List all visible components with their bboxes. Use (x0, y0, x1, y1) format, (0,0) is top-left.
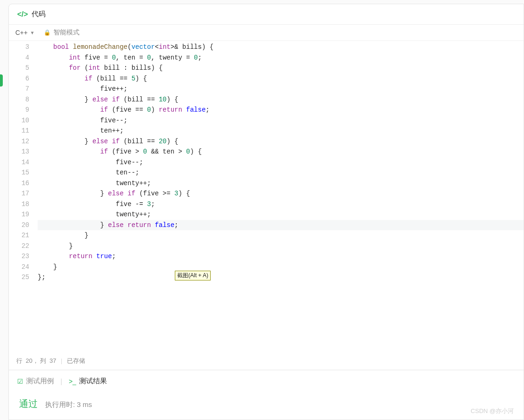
code-editor[interactable]: 345678910111213141516171819202122232425 … (9, 41, 524, 352)
language-selector[interactable]: C++ ▼ (15, 29, 34, 36)
line-number: 11 (9, 126, 29, 136)
code-line[interactable]: five--; (38, 157, 524, 168)
panel-header: </> 代码 (9, 4, 524, 25)
code-line[interactable]: five--; (38, 115, 524, 126)
pass-label: 通过 (19, 398, 38, 410)
line-number: 13 (9, 147, 29, 157)
line-number: 15 (9, 167, 29, 178)
check-icon: ☑ (17, 378, 23, 385)
code-line[interactable]: five -= 3; (38, 199, 524, 210)
results-panel: ☑ 测试用例 | >_ 测试结果 通过 执行用时: 3 ms (9, 370, 524, 420)
lock-icon: 🔒 (44, 29, 51, 36)
line-number: 22 (9, 241, 29, 252)
tab-testcases[interactable]: ☑ 测试用例 (17, 377, 54, 386)
line-number: 4 (9, 53, 29, 63)
code-line[interactable]: } else if (five >= 3) { (38, 188, 524, 199)
mode-label: 智能模式 (53, 28, 80, 37)
left-accent (0, 74, 3, 87)
code-line[interactable]: } else return false; (38, 220, 524, 231)
line-number: 12 (9, 136, 29, 147)
line-number: 9 (9, 105, 29, 115)
code-line[interactable]: } (38, 230, 524, 241)
line-number: 19 (9, 209, 29, 220)
line-number: 3 (9, 42, 29, 53)
mode-indicator: 🔒 智能模式 (44, 28, 80, 37)
watermark: CSDN @亦小河 (471, 407, 514, 415)
code-line[interactable]: twenty++; (38, 178, 524, 189)
chevron-down-icon: ▼ (30, 30, 34, 35)
line-number: 23 (9, 251, 29, 262)
line-number: 21 (9, 230, 29, 241)
code-line[interactable]: if (five == 0) return false; (38, 105, 524, 115)
status-line: 20 (26, 357, 32, 364)
code-area[interactable]: bool lemonadeChange(vector<int>& bills) … (38, 41, 524, 352)
code-line[interactable]: if (five > 0 && ten > 0) { (38, 147, 524, 157)
code-line[interactable]: } else if (bill == 20) { (38, 136, 524, 147)
line-number: 18 (9, 199, 29, 210)
line-gutter: 345678910111213141516171819202122232425 (9, 41, 38, 352)
runtime-text: 执行用时: 3 ms (45, 400, 92, 409)
code-line[interactable]: ten++; (38, 126, 524, 136)
line-number: 7 (9, 84, 29, 94)
code-line[interactable]: for (int bill : bills) { (38, 63, 524, 73)
code-line[interactable]: } (38, 241, 524, 252)
tab-results[interactable]: >_ 测试结果 (69, 377, 107, 386)
main-panel: </> 代码 C++ ▼ 🔒 智能模式 34567891011121314151… (8, 4, 524, 420)
code-line[interactable]: ten--; (38, 167, 524, 178)
editor-toolbar: C++ ▼ 🔒 智能模式 (9, 25, 524, 41)
code-icon: </> (17, 10, 28, 19)
code-line[interactable]: } (38, 262, 524, 273)
tab-testcases-label: 测试用例 (26, 377, 54, 386)
panel-title: 代码 (32, 10, 46, 19)
results-body: 通过 执行用时: 3 ms (9, 392, 524, 420)
code-line[interactable]: bool lemonadeChange(vector<int>& bills) … (38, 42, 524, 53)
code-line[interactable]: if (bill == 5) { (38, 73, 524, 84)
terminal-icon: >_ (69, 378, 76, 385)
line-number: 20 (9, 220, 29, 231)
status-col: 37 (50, 357, 56, 364)
tab-results-label: 测试结果 (79, 377, 107, 386)
results-tabs: ☑ 测试用例 | >_ 测试结果 (9, 370, 524, 392)
line-number: 8 (9, 94, 29, 105)
line-number: 5 (9, 63, 29, 73)
code-line[interactable]: }; (38, 272, 524, 283)
line-number: 16 (9, 178, 29, 189)
line-number: 6 (9, 73, 29, 84)
language-label: C++ (15, 29, 27, 36)
line-number: 10 (9, 115, 29, 126)
code-line[interactable]: int five = 0, ten = 0, twenty = 0; (38, 53, 524, 63)
code-line[interactable]: twenty++; (38, 209, 524, 220)
line-number: 25 (9, 272, 29, 283)
status-line-label: 行 (16, 357, 22, 364)
tab-separator: | (60, 377, 62, 385)
line-number: 17 (9, 188, 29, 199)
code-line[interactable]: five++; (38, 84, 524, 94)
status-col-label: 列 (40, 357, 46, 364)
status-bar: 行 20， 列 37 | 已存储 (9, 352, 524, 370)
line-number: 14 (9, 157, 29, 168)
code-line[interactable]: return true; (38, 251, 524, 262)
status-saved: 已存储 (67, 357, 85, 364)
screenshot-tooltip: 截图(Alt + A) (175, 271, 211, 280)
line-number: 24 (9, 262, 29, 273)
code-line[interactable]: } else if (bill == 10) { (38, 94, 524, 105)
